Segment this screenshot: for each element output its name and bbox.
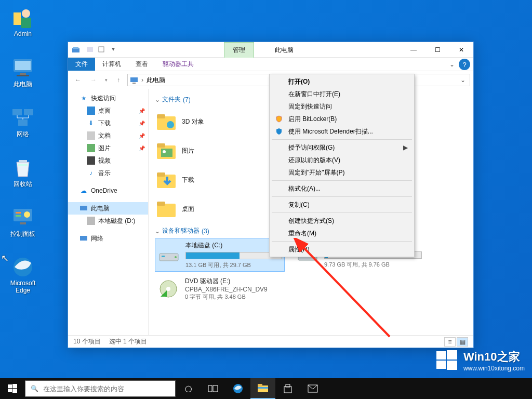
close-button[interactable]: ✕ (449, 42, 473, 57)
desktop-icon-user[interactable]: Admin (4, 6, 42, 37)
svg-rect-20 (87, 47, 93, 52)
desktop-icon-label: Admin (4, 30, 42, 37)
windows-logo-icon (435, 349, 458, 372)
dvd-drive[interactable]: DVD 驱动器 (E:) CPBA_X86FRE_ZH-CN_DV9 0 字节 … (155, 275, 290, 303)
mail-button[interactable] (300, 378, 325, 399)
nav-pictures[interactable]: 图片📌 (68, 142, 148, 154)
svg-rect-53 (8, 389, 12, 392)
svg-rect-14 (16, 215, 21, 217)
menu-item[interactable]: 创建快捷方式(S) (271, 215, 413, 227)
nav-documents[interactable]: 文档📌 (68, 129, 148, 142)
cursor-icon: ↖ (1, 252, 9, 264)
store-button[interactable] (275, 378, 300, 399)
menu-item[interactable]: 使用 Microsoft Defender扫描... (271, 125, 413, 138)
dvd-sub: CPBA_X86FRE_ZH-CN_DV9 (185, 286, 288, 293)
back-button[interactable]: ← (71, 73, 85, 87)
explorer-button[interactable] (250, 378, 275, 399)
drive-cap: 9.73 GB 可用, 共 9.76 GB (324, 261, 422, 269)
submenu-arrow-icon: ▶ (403, 144, 408, 151)
start-button[interactable] (0, 378, 25, 399)
recent-dropdown-icon[interactable]: ▾ (102, 73, 110, 87)
menu-item[interactable]: 复制(C) (271, 198, 413, 211)
view-tiles-button[interactable]: ▦ (457, 337, 468, 347)
nav-downloads[interactable]: ⬇下载📌 (68, 117, 148, 129)
minimize-button[interactable]: — (402, 42, 425, 57)
svg-rect-56 (213, 385, 218, 392)
svg-point-0 (22, 9, 30, 18)
window-title: 此电脑 (269, 42, 300, 58)
menu-item[interactable]: 格式化(A)... (271, 182, 413, 195)
menu-item[interactable]: 属性(R) (271, 243, 413, 256)
watermark: Win10之家 www.win10xitong.com (435, 349, 525, 372)
svg-rect-22 (130, 77, 138, 82)
nav-onedrive[interactable]: ☁OneDrive (68, 184, 148, 197)
desktop-icon-edge[interactable]: Microsoft Edge (4, 256, 42, 294)
menu-item[interactable]: 启用 BitLocker(B) (271, 113, 413, 125)
nav-desktop[interactable]: 桌面📌 (68, 104, 148, 117)
edge-button[interactable] (225, 378, 250, 399)
svg-rect-59 (258, 384, 262, 387)
tab-file[interactable]: 文件 (68, 58, 95, 71)
nav-thispc[interactable]: 此电脑 (68, 202, 148, 215)
menu-item[interactable]: 重命名(M) (271, 227, 413, 240)
svg-rect-4 (15, 61, 31, 70)
nav-network[interactable]: 网络 (68, 232, 148, 245)
drive-icon (157, 241, 180, 264)
view-details-button[interactable]: ≡ (444, 337, 456, 347)
desktop-icon-net[interactable]: 网络 (4, 106, 42, 139)
context-menu: 打开(O)在新窗口中打开(E)固定到快速访问启用 BitLocker(B)使用 … (269, 74, 415, 257)
nav-local-d[interactable]: 本地磁盘 (D:) (68, 215, 148, 227)
svg-rect-49 (436, 361, 446, 369)
menu-item[interactable]: 在新窗口中打开(E) (271, 88, 413, 100)
manage-tab[interactable]: 管理 (224, 42, 254, 58)
menu-item[interactable]: 授予访问权限(G)▶ (271, 141, 413, 154)
video-icon (87, 156, 95, 165)
menu-item[interactable]: 固定到快速访问 (271, 100, 413, 113)
svg-point-32 (163, 150, 166, 153)
svg-rect-48 (447, 350, 457, 360)
nav-videos[interactable]: 视频 (68, 154, 148, 167)
menu-separator (272, 196, 412, 197)
breadcrumb-text[interactable]: 此电脑 (147, 76, 165, 85)
qat-btn[interactable] (97, 45, 107, 55)
svg-rect-7 (12, 109, 22, 115)
taskbar-search[interactable]: 🔍 (25, 380, 176, 397)
menu-item-label: 在新窗口中打开(E) (288, 90, 340, 99)
up-button[interactable]: ↑ (112, 73, 125, 87)
nav-quick-access[interactable]: ★快速访问 (68, 92, 148, 104)
help-icon[interactable]: ? (459, 59, 470, 70)
nav-music[interactable]: ♪音乐 (68, 167, 148, 179)
ribbon: 文件 计算机 查看 驱动器工具 ⌄ ? (68, 58, 473, 71)
svg-point-39 (175, 256, 177, 258)
menu-item[interactable]: 固定到"开始"屏幕(P) (271, 166, 413, 179)
folder-tile[interactable]: 图片 (155, 136, 274, 165)
folder-tile[interactable]: 桌面 (155, 194, 274, 223)
search-input[interactable] (43, 385, 175, 393)
desktop-icon-cp[interactable]: 控制面板 (4, 206, 42, 238)
tab-drive-tools[interactable]: 驱动器工具 (155, 58, 201, 71)
menu-item-label: 使用 Microsoft Defender扫描... (288, 127, 373, 136)
task-view-button[interactable] (201, 378, 225, 399)
tab-view[interactable]: 查看 (128, 58, 155, 71)
menu-item[interactable]: 还原以前的版本(V) (271, 154, 413, 166)
folder-tile[interactable]: 3D 对象 (155, 107, 274, 136)
tab-computer[interactable]: 计算机 (95, 58, 128, 71)
qat-dropdown-icon[interactable]: ▾ (109, 45, 118, 55)
drive-tile[interactable]: 本地磁盘 (C:)13.1 GB 可用, 共 29.7 GB (155, 238, 285, 272)
desktop-icon-pc[interactable]: 此电脑 (4, 56, 42, 89)
picture-icon (87, 144, 95, 152)
maximize-button[interactable]: ☐ (425, 42, 449, 57)
folder-tile[interactable]: 下载 (155, 165, 274, 194)
menu-item[interactable]: 打开(O) (271, 75, 413, 88)
cortana-button[interactable]: ◯ (176, 378, 201, 399)
forward-button[interactable]: → (87, 73, 100, 87)
ribbon-chevron-icon[interactable]: ⌄ (445, 58, 459, 71)
titlebar: ▾ 管理 此电脑 — ☐ ✕ (68, 42, 473, 58)
qat-btn[interactable] (86, 45, 95, 55)
svg-rect-31 (161, 149, 172, 157)
desktop-icon-bin[interactable]: 回收站 (4, 156, 42, 189)
breadcrumb-dropdown-icon[interactable]: ⌄ (458, 76, 468, 84)
menu-item-label: 打开(O) (288, 77, 310, 86)
svg-rect-2 (14, 12, 21, 25)
desktop-icon-label: 网络 (4, 130, 42, 139)
